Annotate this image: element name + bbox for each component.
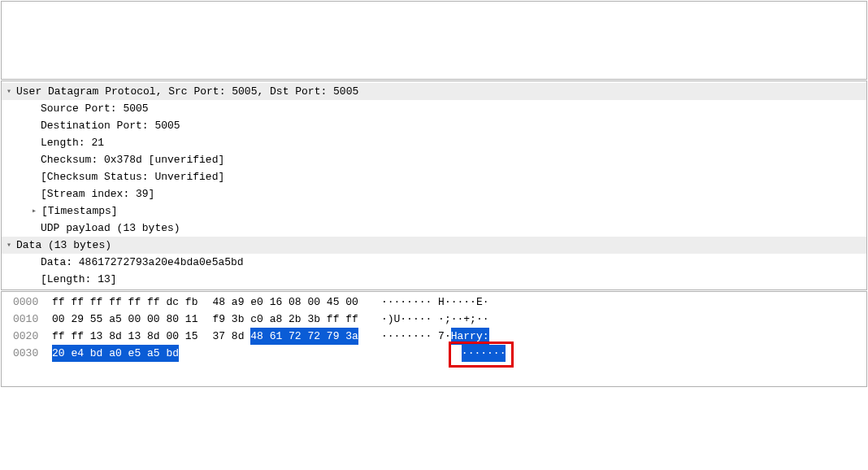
data-length-row[interactable]: ▾ [Length: 13] [2,271,866,288]
hex-offset: 0000 [2,294,46,311]
hex-offset: 0020 [2,328,46,345]
src-port-row[interactable]: ▾ Source Port: 5005 [2,100,866,117]
ascii-text [455,345,462,362]
packet-details-pane[interactable]: ▾ User Datagram Protocol, Src Port: 5005… [1,81,867,290]
ascii-text: ·)U····· ·;··+;·· [381,311,489,328]
checksum-text: Checksum: 0x378d [unverified] [41,151,224,168]
ascii-text-selected: Harry: [451,328,489,345]
hex-row[interactable]: 0030 20 e4 bd a0 e5 a5 bd ······· [2,345,866,362]
chevron-right-icon[interactable]: ▸ [27,202,41,220]
ascii-text: ········ 7· [381,328,451,345]
udp-payload-text: UDP payload (13 bytes) [41,220,180,237]
data-header-text: Data (13 bytes) [16,237,111,254]
ascii-text: ········ H·····E· [381,294,489,311]
hex-row[interactable]: 0020 ff ff 13 8d 13 8d 00 15 37 8d 48 61… [2,328,866,345]
chevron-down-icon[interactable]: ▾ [2,237,16,254]
data-length-text: [Length: 13] [41,271,117,288]
checksum-status-row[interactable]: ▾ [Checksum Status: Unverified] [2,168,866,185]
hex-offset: 0010 [2,311,46,328]
checksum-row[interactable]: ▾ Checksum: 0x378d [unverified] [2,151,866,168]
data-value-text: Data: 48617272793a20e4bda0e5a5bd [41,254,244,271]
hex-bytes: ff ff ff ff ff ff dc fb [52,294,197,311]
top-blank-pane [1,1,867,80]
src-port-text: Source Port: 5005 [41,100,149,117]
hex-bytes: 00 29 55 a5 00 00 80 11 [52,311,197,328]
data-node[interactable]: ▾ Data (13 bytes) [2,237,866,254]
hex-row[interactable]: 0010 00 29 55 a5 00 00 80 11 f9 3b c0 a8… [2,311,866,328]
checksum-status-text: [Checksum Status: Unverified] [41,168,224,185]
stream-index-row[interactable]: ▾ [Stream index: 39] [2,185,866,202]
udp-payload-row[interactable]: ▾ UDP payload (13 bytes) [2,220,866,237]
packet-bytes-pane[interactable]: 0000 ff ff ff ff ff ff dc fb 48 a9 e0 16… [1,291,867,387]
stream-index-text: [Stream index: 39] [41,185,154,202]
hex-bytes: 48 a9 e0 16 08 00 45 00 [212,294,358,311]
hex-row[interactable]: 0000 ff ff ff ff ff ff dc fb 48 a9 e0 16… [2,294,866,311]
length-row[interactable]: ▾ Length: 21 [2,134,866,151]
timestamps-text: [Timestamps] [41,202,118,220]
ascii-text-selected: ······· [462,345,506,362]
hex-offset: 0030 [2,345,46,362]
hex-bytes-selected: 48 61 72 72 79 3a [250,328,358,345]
hex-bytes: 37 8d [212,328,250,345]
chevron-down-icon[interactable]: ▾ [2,83,16,100]
dst-port-row[interactable]: ▾ Destination Port: 5005 [2,117,866,134]
udp-node[interactable]: ▾ User Datagram Protocol, Src Port: 5005… [2,83,866,100]
hex-bytes-selected: 20 e4 bd a0 e5 a5 bd [52,345,179,362]
hex-bytes: ff ff 13 8d 13 8d 00 15 [52,328,197,345]
data-value-row[interactable]: ▾ Data: 48617272793a20e4bda0e5a5bd [2,254,866,271]
hex-bytes: f9 3b c0 a8 2b 3b ff ff [212,311,358,328]
dst-port-text: Destination Port: 5005 [41,117,180,134]
length-text: Length: 21 [41,134,104,151]
timestamps-row[interactable]: ▾ ▸ [Timestamps] [2,202,866,220]
udp-header-text: User Datagram Protocol, Src Port: 5005, … [16,83,358,100]
